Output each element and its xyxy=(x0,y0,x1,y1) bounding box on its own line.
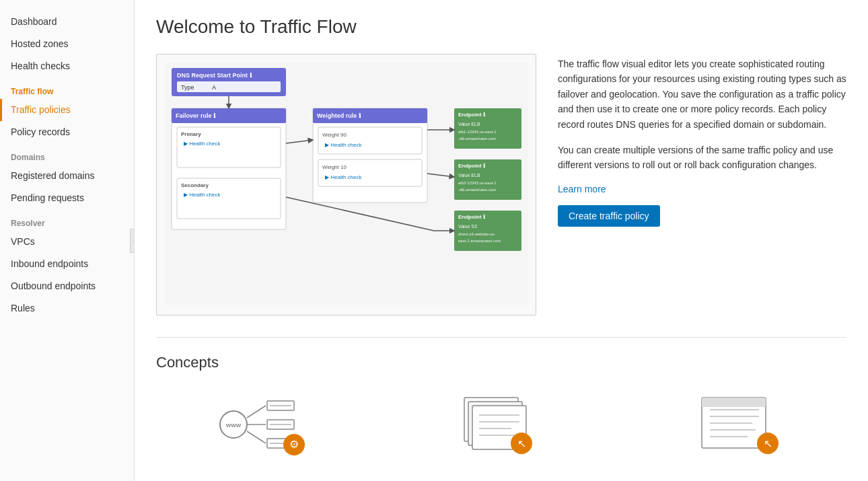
svg-text:A: A xyxy=(212,84,216,91)
learn-more-link[interactable]: Learn more xyxy=(558,184,846,194)
sidebar-section-domains: Domains xyxy=(0,143,134,165)
svg-text:Weight  90: Weight 90 xyxy=(322,132,347,138)
concept-versions-icon-area: ↖ xyxy=(447,387,555,461)
svg-rect-72 xyxy=(702,398,766,407)
svg-text:▶ Health check: ▶ Health check xyxy=(325,142,362,148)
svg-text:Endpoint ℹ: Endpoint ℹ xyxy=(458,112,486,118)
svg-text:Weight  10: Weight 10 xyxy=(322,164,347,170)
concept-policy-record: ↖ xyxy=(630,387,846,467)
sidebar-item-traffic-policies[interactable]: Traffic policies xyxy=(0,99,134,121)
concept-routing-svg: WWW ⚙ xyxy=(213,391,314,458)
sidebar-item-outbound-endpoints[interactable]: Outbound endpoints xyxy=(0,275,134,297)
sidebar-section-traffic: Traffic flow xyxy=(0,77,134,99)
svg-text:WWW: WWW xyxy=(226,422,242,429)
concept-versions-svg: ↖ xyxy=(451,391,552,458)
concept-traffic-policy-version: ↖ xyxy=(394,387,610,467)
svg-text:Type: Type xyxy=(181,84,194,91)
sidebar: ◀ Dashboard Hosted zones Health checks T… xyxy=(0,0,135,481)
svg-text:Endpoint ℹ: Endpoint ℹ xyxy=(458,163,486,169)
svg-text:elb2-12345.us-east-1: elb2-12345.us-east-1 xyxy=(458,181,497,185)
svg-text:DNS Request Start Point ℹ: DNS Request Start Point ℹ xyxy=(177,72,252,79)
svg-text:Failover rule ℹ: Failover rule ℹ xyxy=(176,112,216,119)
concept-traffic-policy: WWW ⚙ xyxy=(156,387,372,467)
svg-text:↖: ↖ xyxy=(517,438,526,449)
welcome-section: DNS Request Start Point ℹ Type A Failove… xyxy=(156,54,846,316)
svg-text:elb1-12345.us-east-1: elb1-12345.us-east-1 xyxy=(458,130,497,134)
svg-line-54 xyxy=(247,431,266,443)
svg-line-41 xyxy=(427,174,454,177)
svg-line-52 xyxy=(247,406,266,418)
svg-text:▶ Health check: ▶ Health check xyxy=(325,174,362,180)
svg-text:east-1.amazonaws.com: east-1.amazonaws.com xyxy=(458,239,501,243)
sidebar-item-vpcs[interactable]: VPCs xyxy=(0,231,134,253)
sidebar-item-rules[interactable]: Rules xyxy=(0,297,134,320)
concepts-title: Concepts xyxy=(156,354,846,371)
concept-records-icon-area: ↖ xyxy=(685,387,793,461)
description-area: The traffic flow visual editor lets you … xyxy=(558,54,846,316)
sidebar-toggle[interactable]: ◀ xyxy=(130,229,135,253)
svg-text:Secondary: Secondary xyxy=(181,182,209,188)
concept-records-svg: ↖ xyxy=(688,391,789,458)
sidebar-item-dashboard[interactable]: Dashboard xyxy=(0,11,134,33)
main-content: Welcome to Traffic Flow DNS Request Star… xyxy=(135,0,868,481)
svg-text:Value  S3: Value S3 xyxy=(458,224,477,229)
create-traffic-policy-button[interactable]: Create traffic policy xyxy=(558,205,660,227)
concepts-grid: WWW ⚙ xyxy=(156,387,846,467)
description-text-2: You can create multiple versions of the … xyxy=(558,143,846,173)
svg-rect-17 xyxy=(318,127,422,154)
sidebar-item-registered-domains[interactable]: Registered domains xyxy=(0,165,134,187)
svg-text:Weighted rule ℹ: Weighted rule ℹ xyxy=(317,112,361,119)
sidebar-item-policy-records[interactable]: Policy records xyxy=(0,121,134,143)
svg-text:↖: ↖ xyxy=(763,438,772,449)
svg-text:Value  ELB: Value ELB xyxy=(458,173,480,178)
svg-text:⚙: ⚙ xyxy=(289,439,299,450)
description-text-1: The traffic flow visual editor lets you … xyxy=(558,57,846,132)
svg-line-39 xyxy=(286,140,313,143)
sidebar-item-inbound-endpoints[interactable]: Inbound endpoints xyxy=(0,253,134,275)
flow-diagram-container: DNS Request Start Point ℹ Type A Failove… xyxy=(156,54,536,316)
concept-routing-icon-area: WWW ⚙ xyxy=(210,387,318,461)
sidebar-item-health-checks[interactable]: Health checks xyxy=(0,55,134,77)
sidebar-item-pending-requests[interactable]: Pending requests xyxy=(0,187,134,209)
svg-text:direct.s3-website-us-: direct.s3-website-us- xyxy=(458,232,495,236)
page-title: Welcome to Traffic Flow xyxy=(156,16,846,38)
flow-diagram-svg: DNS Request Start Point ℹ Type A Failove… xyxy=(165,63,528,305)
svg-rect-20 xyxy=(318,159,422,186)
svg-text:Value  ELB: Value ELB xyxy=(458,122,480,126)
sidebar-item-hosted-zones[interactable]: Hosted zones xyxy=(0,33,134,55)
section-divider xyxy=(156,337,846,338)
svg-text:.elb.amazonaws.com: .elb.amazonaws.com xyxy=(458,137,496,141)
sidebar-section-resolver: Resolver xyxy=(0,209,134,231)
svg-text:.elb.amazonaws.com: .elb.amazonaws.com xyxy=(458,188,496,192)
svg-text:Endpoint ℹ: Endpoint ℹ xyxy=(458,214,486,220)
svg-text:▶ Health check: ▶ Health check xyxy=(184,141,221,147)
svg-text:▶ Health check: ▶ Health check xyxy=(184,192,221,198)
svg-text:Primary: Primary xyxy=(181,131,201,137)
